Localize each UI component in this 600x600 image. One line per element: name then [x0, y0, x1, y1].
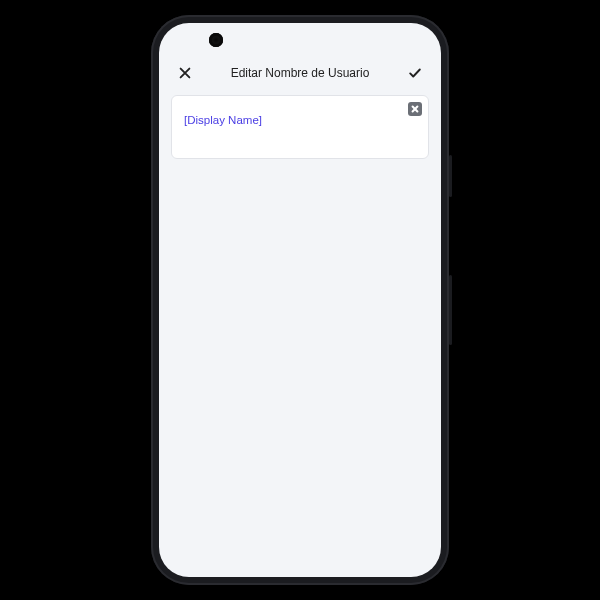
username-input-value: [Display Name]	[184, 114, 262, 126]
front-camera	[209, 33, 223, 47]
clear-input-icon	[411, 105, 419, 113]
close-button[interactable]	[177, 65, 193, 81]
clear-input-button[interactable]	[408, 102, 422, 116]
screen: Editar Nombre de Usuario [Display Name]	[159, 23, 441, 577]
confirm-button[interactable]	[407, 65, 423, 81]
phone-frame: Editar Nombre de Usuario [Display Name]	[151, 15, 449, 585]
username-input-card[interactable]: [Display Name]	[171, 95, 429, 159]
phone-side-button-upper	[449, 155, 452, 197]
phone-side-button-lower	[449, 275, 452, 345]
page-title: Editar Nombre de Usuario	[231, 66, 370, 80]
header-bar: Editar Nombre de Usuario	[159, 47, 441, 91]
close-icon	[178, 66, 192, 80]
check-icon	[408, 66, 422, 80]
